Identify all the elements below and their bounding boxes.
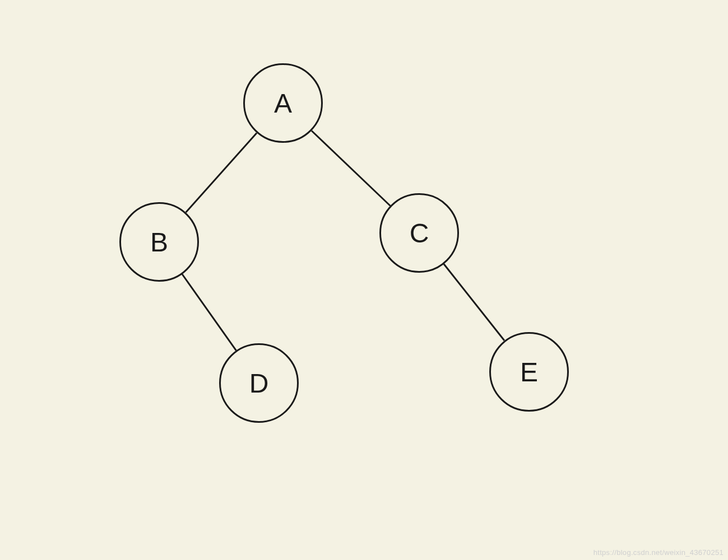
tree-diagram: A B C D E bbox=[0, 0, 694, 560]
node-c: C bbox=[379, 193, 459, 273]
edge-a-b bbox=[185, 132, 257, 213]
node-d-label: D bbox=[249, 368, 269, 399]
edge-c-e bbox=[443, 264, 505, 341]
node-a-label: A bbox=[274, 88, 292, 119]
watermark-text: https://blog.csdn.net/weixin_43670251 bbox=[593, 548, 724, 557]
edge-b-d bbox=[182, 274, 237, 351]
node-b-label: B bbox=[150, 227, 168, 258]
node-e: E bbox=[489, 332, 569, 412]
edge-a-c bbox=[311, 130, 391, 206]
node-e-label: E bbox=[520, 357, 538, 388]
node-a: A bbox=[243, 63, 323, 143]
node-c-label: C bbox=[410, 218, 429, 249]
node-d: D bbox=[219, 343, 299, 423]
node-b: B bbox=[119, 202, 199, 282]
